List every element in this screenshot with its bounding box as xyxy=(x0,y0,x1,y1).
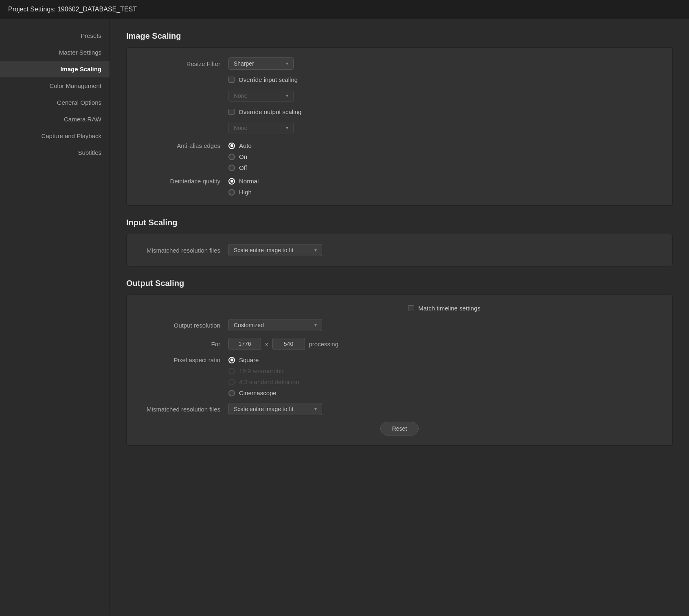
anti-alias-on-label: On xyxy=(239,153,247,160)
pixel-16-9-radio xyxy=(228,368,235,374)
anti-alias-off-label: Off xyxy=(239,164,247,171)
input-none-arrow-icon: ▾ xyxy=(286,93,288,99)
deinterlace-normal-label: Normal xyxy=(239,178,259,185)
for-row: For x processing xyxy=(139,338,660,350)
anti-alias-row: Anti-alias edges Auto On Off xyxy=(139,142,660,171)
pixel-4-3-option: 4:3 standard definition xyxy=(228,378,299,385)
sidebar: Presets Master Settings Image Scaling Co… xyxy=(0,19,110,615)
title-text: Project Settings: 190602_DATABASE_TEST xyxy=(8,6,137,13)
anti-alias-off-option[interactable]: Off xyxy=(228,164,252,171)
height-input[interactable] xyxy=(272,338,305,350)
resize-filter-label: Resize Filter xyxy=(139,60,220,67)
sidebar-item-master-settings[interactable]: Master Settings xyxy=(0,44,110,61)
anti-alias-on-radio[interactable] xyxy=(228,154,235,160)
output-resolution-dropdown[interactable]: Customized ▾ xyxy=(228,319,322,331)
override-output-label: Override output scaling xyxy=(239,108,301,115)
anti-alias-auto-option[interactable]: Auto xyxy=(228,142,252,149)
output-none-value: None xyxy=(234,125,247,131)
anti-alias-auto-radio[interactable] xyxy=(228,143,235,149)
pixel-cinemascope-option[interactable]: Cinemascope xyxy=(228,389,299,396)
input-mismatch-dropdown[interactable]: Scale entire image to fit ▾ xyxy=(228,244,322,256)
sidebar-item-image-scaling[interactable]: Image Scaling xyxy=(0,61,110,77)
override-input-row: Override input scaling xyxy=(228,76,660,83)
anti-alias-auto-label: Auto xyxy=(239,142,252,149)
override-input-checkbox-container: Override input scaling xyxy=(228,76,298,83)
match-timeline-label: Match timeline settings xyxy=(418,305,481,312)
pixel-aspect-row: Pixel aspect ratio Square 16:9 anamorphi… xyxy=(139,356,660,396)
input-mismatch-arrow-icon: ▾ xyxy=(314,247,317,253)
anti-alias-on-option[interactable]: On xyxy=(228,153,252,160)
override-input-label: Override input scaling xyxy=(239,76,298,83)
processing-label: processing xyxy=(309,341,339,348)
output-mismatch-arrow-icon: ▾ xyxy=(314,406,317,412)
for-label: For xyxy=(139,341,220,348)
pixel-16-9-label: 16:9 anamorphic xyxy=(239,367,285,374)
resize-filter-row: Resize Filter Sharper ▾ xyxy=(139,57,660,70)
title-bar: Project Settings: 190602_DATABASE_TEST xyxy=(0,0,689,19)
sidebar-item-camera-raw[interactable]: Camera RAW xyxy=(0,111,110,128)
pixel-cinemascope-label: Cinemascope xyxy=(239,389,276,396)
output-mismatch-label: Mismatched resolution files xyxy=(139,406,220,413)
match-timeline-row: Match timeline settings xyxy=(139,305,660,312)
for-inputs-container: x processing xyxy=(228,338,338,350)
pixel-4-3-radio xyxy=(228,379,235,385)
pixel-square-option[interactable]: Square xyxy=(228,356,299,363)
deinterlace-high-option[interactable]: High xyxy=(228,189,259,196)
override-output-row: Override output scaling xyxy=(228,108,660,115)
output-mismatch-dropdown[interactable]: Scale entire image to fit ▾ xyxy=(228,403,322,415)
input-none-dropdown: None ▾ xyxy=(228,90,294,102)
sidebar-item-presets[interactable]: Presets xyxy=(0,27,110,44)
input-none-value: None xyxy=(234,92,247,99)
sidebar-item-capture-playback[interactable]: Capture and Playback xyxy=(0,128,110,144)
input-scaling-title: Input Scaling xyxy=(126,218,673,227)
sidebar-item-general-options[interactable]: General Options xyxy=(0,94,110,111)
override-input-checkbox[interactable] xyxy=(228,77,235,83)
anti-alias-label: Anti-alias edges xyxy=(139,142,220,149)
anti-alias-radio-group: Auto On Off xyxy=(228,142,252,171)
input-mismatch-row: Mismatched resolution files Scale entire… xyxy=(139,244,660,256)
main-content: Image Scaling Resize Filter Sharper ▾ Ov… xyxy=(110,19,689,615)
sidebar-item-color-management[interactable]: Color Management xyxy=(0,77,110,94)
deinterlace-row: Deinterlace quality Normal High xyxy=(139,178,660,196)
override-output-checkbox-container: Override output scaling xyxy=(228,108,301,115)
resize-filter-dropdown[interactable]: Sharper ▾ xyxy=(228,57,294,70)
deinterlace-high-radio[interactable] xyxy=(228,189,235,196)
anti-alias-off-radio[interactable] xyxy=(228,165,235,171)
deinterlace-radio-group: Normal High xyxy=(228,178,259,196)
output-mismatch-value: Scale entire image to fit xyxy=(234,406,293,412)
pixel-aspect-label: Pixel aspect ratio xyxy=(139,356,220,363)
pixel-cinemascope-radio[interactable] xyxy=(228,390,235,396)
match-timeline-container: Match timeline settings xyxy=(408,305,481,312)
reset-row: Reset xyxy=(139,422,660,436)
deinterlace-normal-radio[interactable] xyxy=(228,178,235,185)
pixel-square-radio[interactable] xyxy=(228,357,235,363)
sidebar-item-subtitles[interactable]: Subtitles xyxy=(0,144,110,161)
input-scaling-panel: Mismatched resolution files Scale entire… xyxy=(126,234,673,266)
override-output-checkbox[interactable] xyxy=(228,109,235,115)
output-resolution-label: Output resolution xyxy=(139,322,220,329)
pixel-aspect-radio-group: Square 16:9 anamorphic 4:3 standard defi… xyxy=(228,356,299,396)
resize-filter-value: Sharper xyxy=(234,60,254,67)
output-mismatch-row: Mismatched resolution files Scale entire… xyxy=(139,403,660,415)
resize-filter-arrow-icon: ▾ xyxy=(286,61,288,66)
output-none-row: None ▾ xyxy=(228,122,660,134)
output-none-dropdown: None ▾ xyxy=(228,122,294,134)
reset-button[interactable]: Reset xyxy=(380,422,419,436)
pixel-square-label: Square xyxy=(239,356,259,363)
deinterlace-label: Deinterlace quality xyxy=(139,178,220,185)
output-scaling-panel: Match timeline settings Output resolutio… xyxy=(126,295,673,446)
output-resolution-row: Output resolution Customized ▾ xyxy=(139,319,660,331)
input-mismatch-label: Mismatched resolution files xyxy=(139,247,220,254)
deinterlace-normal-option[interactable]: Normal xyxy=(228,178,259,185)
output-resolution-arrow-icon: ▾ xyxy=(314,322,317,328)
match-timeline-checkbox[interactable] xyxy=(408,305,414,311)
x-separator: x xyxy=(265,341,268,348)
output-none-arrow-icon: ▾ xyxy=(286,125,288,131)
deinterlace-high-label: High xyxy=(239,189,252,196)
width-input[interactable] xyxy=(228,338,261,350)
input-none-row: None ▾ xyxy=(228,90,660,102)
image-scaling-title: Image Scaling xyxy=(126,31,673,41)
image-scaling-panel: Resize Filter Sharper ▾ Override input s… xyxy=(126,47,673,206)
output-scaling-title: Output Scaling xyxy=(126,279,673,288)
pixel-4-3-label: 4:3 standard definition xyxy=(239,378,299,385)
